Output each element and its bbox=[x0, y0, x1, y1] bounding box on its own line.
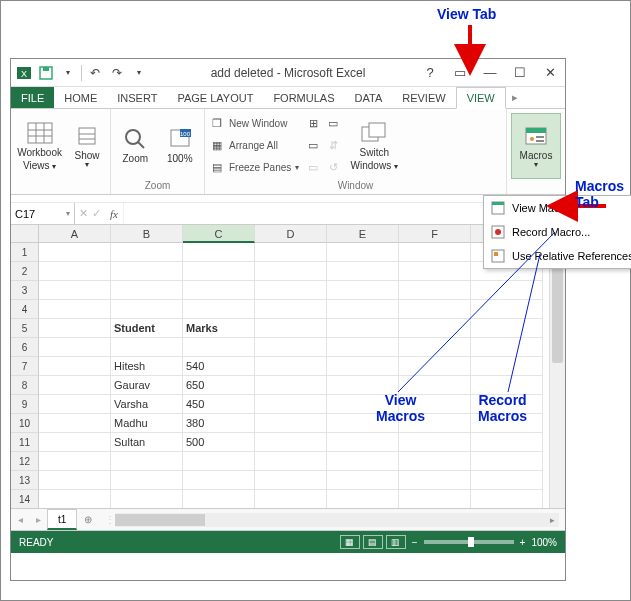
ribbon-body: Workbook Views ▾ Show ▾ Zoom 100 bbox=[11, 109, 565, 195]
freeze-panes-button[interactable]: ▤Freeze Panes▾ bbox=[209, 158, 299, 178]
ribbon-collapse-icon[interactable]: ▸ bbox=[506, 87, 524, 108]
hide-icon[interactable]: ▭ bbox=[305, 138, 321, 154]
switch-windows-button[interactable]: Switch Windows ▾ bbox=[347, 113, 401, 179]
col-header-f[interactable]: F bbox=[399, 225, 471, 243]
new-window-icon: ❐ bbox=[209, 116, 225, 132]
tab-review[interactable]: REVIEW bbox=[392, 87, 455, 108]
col-header-b[interactable]: B bbox=[111, 225, 183, 243]
record-macro-item[interactable]: Record Macro... bbox=[484, 220, 631, 244]
relative-references-icon bbox=[490, 248, 506, 264]
tab-nav[interactable]: ◂▸ bbox=[11, 514, 47, 525]
new-sheet-button[interactable]: ⊕ bbox=[77, 509, 99, 530]
cell-c9[interactable]: 450 bbox=[183, 395, 255, 414]
zoom-out-button[interactable]: − bbox=[412, 537, 418, 548]
row-header[interactable]: 12 bbox=[11, 452, 39, 471]
window-group-label: Window bbox=[209, 180, 502, 194]
namebox-dropdown-icon[interactable]: ▾ bbox=[66, 209, 70, 218]
zoom-slider[interactable] bbox=[424, 540, 514, 544]
view-macros-icon bbox=[490, 200, 506, 216]
cell-b9[interactable]: Varsha bbox=[111, 395, 183, 414]
view-side-by-side-icon[interactable]: ▭ bbox=[325, 116, 341, 132]
tab-data[interactable]: DATA bbox=[345, 87, 393, 108]
col-header-a[interactable]: A bbox=[39, 225, 111, 243]
row-header[interactable]: 8 bbox=[11, 376, 39, 395]
arrange-all-button[interactable]: ▦Arrange All bbox=[209, 136, 299, 156]
ribbon-tabs: FILE HOME INSERT PAGE LAYOUT FORMULAS DA… bbox=[11, 87, 565, 109]
tab-page-layout[interactable]: PAGE LAYOUT bbox=[167, 87, 263, 108]
col-header-e[interactable]: E bbox=[327, 225, 399, 243]
svg-rect-9 bbox=[79, 128, 95, 144]
new-window-button[interactable]: ❐New Window bbox=[209, 114, 299, 134]
maximize-button[interactable]: ☐ bbox=[505, 61, 535, 85]
row-header[interactable]: 3 bbox=[11, 281, 39, 300]
help-button[interactable]: ? bbox=[415, 61, 445, 85]
reset-window-icon[interactable]: ↺ bbox=[325, 160, 341, 176]
row-header[interactable]: 6 bbox=[11, 338, 39, 357]
unhide-icon[interactable]: ▭ bbox=[305, 160, 321, 176]
cell-c8[interactable]: 650 bbox=[183, 376, 255, 395]
tab-formulas[interactable]: FORMULAS bbox=[263, 87, 344, 108]
name-box[interactable]: C17 ▾ bbox=[11, 203, 75, 224]
row-header[interactable]: 11 bbox=[11, 433, 39, 452]
minimize-button[interactable]: ― bbox=[475, 61, 505, 85]
workbook-views-button[interactable]: Workbook Views ▾ bbox=[15, 113, 64, 179]
col-header-d[interactable]: D bbox=[255, 225, 327, 243]
horizontal-scrollbar[interactable]: ◂▸ bbox=[115, 513, 559, 527]
sync-scroll-icon[interactable]: ⇵ bbox=[325, 138, 341, 154]
select-all-corner[interactable] bbox=[11, 225, 39, 243]
row-header[interactable]: 5 bbox=[11, 319, 39, 338]
annotation-view-macros: View Macros bbox=[376, 392, 425, 424]
tab-view[interactable]: VIEW bbox=[456, 87, 506, 109]
row-header[interactable]: 10 bbox=[11, 414, 39, 433]
undo-icon[interactable]: ↶ bbox=[86, 64, 104, 82]
row-header[interactable]: 13 bbox=[11, 471, 39, 490]
svg-rect-4 bbox=[28, 123, 52, 143]
redo-dropdown-icon[interactable]: ▾ bbox=[130, 64, 148, 82]
tab-file[interactable]: FILE bbox=[11, 87, 54, 108]
close-button[interactable]: ✕ bbox=[535, 61, 565, 85]
arrange-all-icon: ▦ bbox=[209, 138, 225, 154]
row-header[interactable]: 4 bbox=[11, 300, 39, 319]
macros-icon bbox=[522, 124, 550, 148]
zoom-level[interactable]: 100% bbox=[531, 537, 557, 548]
col-header-c[interactable]: C bbox=[183, 225, 255, 243]
cell-c11[interactable]: 500 bbox=[183, 433, 255, 452]
redo-icon[interactable]: ↷ bbox=[108, 64, 126, 82]
cell-b10[interactable]: Madhu bbox=[111, 414, 183, 433]
ribbon-display-button[interactable]: ▭ bbox=[445, 61, 475, 85]
spreadsheet-grid[interactable]: A B C D E F G 1 2 3 4 5 6 7 8 9 10 11 12… bbox=[11, 225, 565, 509]
use-relative-references-item[interactable]: Use Relative References bbox=[484, 244, 631, 268]
cell-b5[interactable]: Student bbox=[111, 319, 183, 338]
save-icon[interactable] bbox=[37, 64, 55, 82]
zoom-100-button[interactable]: 100 100% bbox=[160, 113, 201, 179]
row-header[interactable]: 2 bbox=[11, 262, 39, 281]
cell-c10[interactable]: 380 bbox=[183, 414, 255, 433]
svg-rect-22 bbox=[536, 136, 544, 138]
show-icon bbox=[73, 124, 101, 148]
show-button[interactable]: Show ▾ bbox=[68, 113, 106, 179]
cell-b7[interactable]: Hitesh bbox=[111, 357, 183, 376]
zoom-in-button[interactable]: + bbox=[520, 537, 526, 548]
qat-dropdown-icon[interactable]: ▾ bbox=[59, 64, 77, 82]
row-header[interactable]: 1 bbox=[11, 243, 39, 262]
row-header[interactable]: 7 bbox=[11, 357, 39, 376]
annotation-view-tab: View Tab bbox=[437, 6, 496, 22]
page-layout-view-icon[interactable]: ▤ bbox=[363, 535, 383, 549]
row-header[interactable]: 14 bbox=[11, 490, 39, 509]
normal-view-icon[interactable]: ▦ bbox=[340, 535, 360, 549]
zoom-button[interactable]: Zoom bbox=[115, 113, 156, 179]
row-headers: 1 2 3 4 5 6 7 8 9 10 11 12 13 14 bbox=[11, 243, 39, 509]
tab-insert[interactable]: INSERT bbox=[107, 87, 167, 108]
macros-button[interactable]: Macros ▾ bbox=[511, 113, 561, 179]
fx-label[interactable]: fx bbox=[105, 208, 123, 220]
cell-b8[interactable]: Gaurav bbox=[111, 376, 183, 395]
page-break-view-icon[interactable]: ▥ bbox=[386, 535, 406, 549]
enter-formula-icon: ✓ bbox=[92, 207, 101, 220]
cell-c7[interactable]: 540 bbox=[183, 357, 255, 376]
row-header[interactable]: 9 bbox=[11, 395, 39, 414]
sheet-tab-active[interactable]: t1 bbox=[47, 509, 77, 530]
tab-home[interactable]: HOME bbox=[54, 87, 107, 108]
cell-c5[interactable]: Marks bbox=[183, 319, 255, 338]
cell-b11[interactable]: Sultan bbox=[111, 433, 183, 452]
split-icon[interactable]: ⊞ bbox=[305, 116, 321, 132]
